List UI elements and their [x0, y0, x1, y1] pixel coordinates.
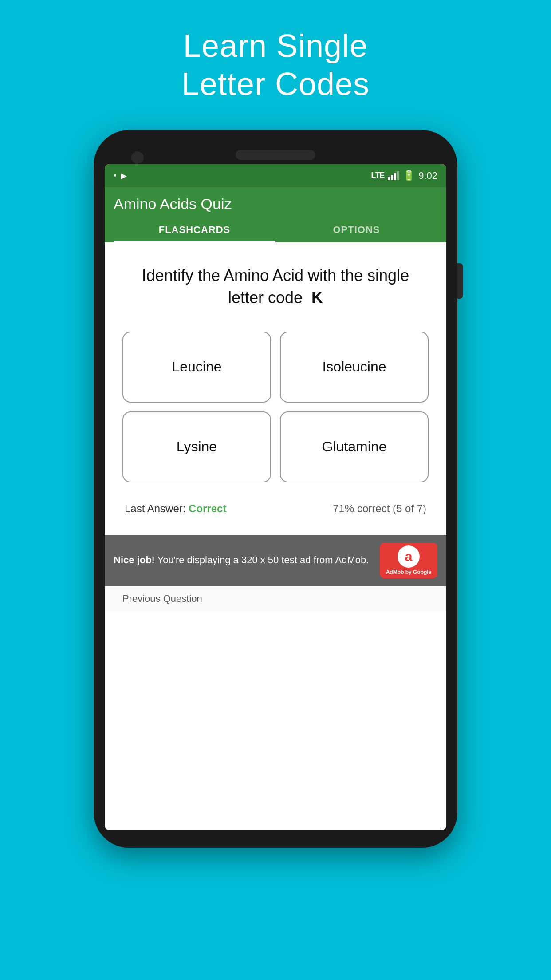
- status-bar-right: LTE 🔋 9:02: [371, 170, 438, 182]
- phone-camera: [131, 151, 144, 164]
- stats-bar: Last Answer: Correct 71% correct (5 of 7…: [122, 496, 429, 522]
- answer-btn-glutamine[interactable]: Glutamine: [280, 411, 429, 482]
- status-bar: ▪ ▶ LTE 🔋 9:02: [105, 164, 446, 187]
- tab-flashcards[interactable]: FLASHCARDS: [114, 219, 276, 242]
- previous-question-section: Previous Question: [105, 586, 446, 611]
- notification-icon: ▶: [121, 171, 127, 181]
- sim-icon: ▪: [114, 171, 116, 180]
- tab-bar: FLASHCARDS OPTIONS: [114, 219, 437, 242]
- last-answer-label: Last Answer: Correct: [125, 502, 226, 515]
- admob-letter-circle: a: [398, 545, 420, 568]
- page-title: Learn Single Letter Codes: [181, 27, 370, 103]
- clock-time: 9:02: [418, 170, 437, 182]
- score-text: 71% correct (5 of 7): [333, 502, 426, 515]
- question-body: Identify the Amino Acid with the single …: [142, 266, 409, 307]
- phone-mockup: ▪ ▶ LTE 🔋 9:02 Amino Acids Quiz FLASHCAR…: [94, 130, 457, 848]
- admob-letter: a: [405, 549, 413, 564]
- tab-options[interactable]: OPTIONS: [276, 219, 437, 242]
- battery-icon: 🔋: [403, 170, 415, 182]
- quiz-content: Identify the Amino Acid with the single …: [105, 242, 446, 535]
- ad-text-bold: Nice job!: [114, 554, 155, 565]
- ad-text: Nice job! You're displaying a 320 x 50 t…: [114, 553, 373, 567]
- phone-hardware-top: [105, 143, 446, 164]
- answer-btn-isoleucine[interactable]: Isoleucine: [280, 332, 429, 403]
- signal-bar-2: [391, 175, 393, 180]
- lte-label: LTE: [371, 171, 385, 180]
- last-answer-value: Correct: [189, 502, 226, 514]
- question-text: Identify the Amino Acid with the single …: [122, 265, 429, 309]
- signal-bar-1: [388, 177, 390, 180]
- answer-btn-lysine[interactable]: Lysine: [122, 411, 271, 482]
- answer-btn-leucine[interactable]: Leucine: [122, 332, 271, 403]
- previous-question-label: Previous Question: [122, 593, 202, 604]
- code-letter: K: [311, 288, 323, 307]
- app-toolbar: Amino Acids Quiz FLASHCARDS OPTIONS: [105, 187, 446, 242]
- status-bar-left: ▪ ▶: [114, 171, 127, 181]
- ad-banner[interactable]: Nice job! You're displaying a 320 x 50 t…: [105, 535, 446, 586]
- ad-text-regular: You're displaying a 320 x 50 test ad fro…: [157, 554, 369, 565]
- admob-logo-text: AdMob by Google: [386, 569, 432, 575]
- phone-screen: ▪ ▶ LTE 🔋 9:02 Amino Acids Quiz FLASHCAR…: [105, 164, 446, 830]
- answers-grid: Leucine Isoleucine Lysine Glutamine: [122, 332, 429, 482]
- signal-strength: [388, 171, 399, 180]
- app-title: Amino Acids Quiz: [114, 195, 437, 213]
- admob-logo: a AdMob by Google: [380, 543, 437, 578]
- last-answer-prefix: Last Answer:: [125, 502, 185, 514]
- phone-speaker: [236, 150, 315, 160]
- signal-bar-4: [397, 171, 399, 180]
- signal-bar-3: [394, 173, 396, 180]
- bottom-spacer: [105, 611, 446, 638]
